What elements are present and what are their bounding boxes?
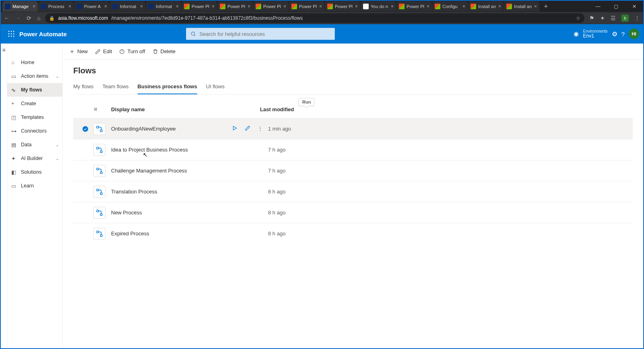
lock-icon: 🔒: [49, 16, 55, 21]
reload-button[interactable]: ⟳: [27, 15, 31, 21]
nav-label: My flows: [21, 87, 42, 93]
close-tab-icon[interactable]: ×: [248, 4, 250, 9]
collapse-nav-icon[interactable]: ≡: [2, 47, 5, 348]
column-display-name[interactable]: Display name: [111, 106, 260, 112]
environment-icon[interactable]: ◉: [574, 30, 579, 37]
flow-row[interactable]: Challenge Management Process7 h ago: [73, 160, 633, 181]
chrome-menu-icon[interactable]: ⋮: [634, 15, 640, 21]
address-bar[interactable]: 🔒 asia.flow.microsoft.com/manage/environ…: [45, 13, 584, 23]
edit-icon[interactable]: [245, 125, 250, 132]
close-tab-icon[interactable]: ×: [319, 4, 322, 9]
close-tab-icon[interactable]: ×: [498, 4, 501, 9]
close-tab-icon[interactable]: ×: [176, 4, 179, 9]
new-tab-button[interactable]: +: [540, 2, 552, 11]
nav-item-home[interactable]: ⌂Home: [7, 56, 62, 69]
browser-tab[interactable]: Informat×: [146, 1, 181, 12]
close-tab-icon[interactable]: ×: [391, 4, 394, 9]
nav-item-solutions[interactable]: ◧Solutions: [7, 165, 62, 179]
close-tab-icon[interactable]: ×: [283, 4, 286, 9]
nav-item-create[interactable]: +Create: [7, 97, 62, 110]
turnoff-button[interactable]: Turn off: [119, 48, 145, 54]
nav-item-templates[interactable]: ◫Templates: [7, 110, 62, 124]
nav-item-action-items[interactable]: ▭Action items⌄: [7, 69, 62, 83]
new-button[interactable]: New: [69, 48, 88, 54]
nav-item-connectors[interactable]: ⊶Connectors: [7, 124, 62, 138]
bookmark-icon[interactable]: ☆: [576, 15, 580, 21]
sort-icon[interactable]: ⤭: [93, 106, 111, 112]
close-tab-icon[interactable]: ×: [427, 4, 429, 9]
help-icon[interactable]: ?: [621, 31, 625, 37]
profile-button[interactable]: h: [621, 15, 629, 22]
row-checkbox-checked[interactable]: [83, 126, 88, 132]
delete-button[interactable]: Delete: [153, 48, 176, 54]
browser-tab[interactable]: Power Pl×: [396, 1, 432, 12]
browser-toolbar: ← → ⟳ ⌂ 🔒 asia.flow.microsoft.com/manage…: [1, 12, 643, 24]
search-input[interactable]: [199, 31, 330, 37]
more-icon[interactable]: ⋮: [258, 125, 263, 132]
pivot-ui-flows[interactable]: UI flows: [206, 81, 225, 94]
browser-tab[interactable]: Process×: [38, 1, 74, 12]
browser-tab[interactable]: Informat×: [110, 1, 145, 12]
flow-row[interactable]: Translation Process8 h ago: [73, 181, 633, 202]
app-launcher-icon[interactable]: [5, 27, 18, 40]
svg-rect-22: [97, 189, 99, 191]
close-tab-icon[interactable]: ×: [33, 4, 35, 9]
pivot-business-process-flows[interactable]: Business process flows: [138, 81, 197, 94]
tab-label: Power Pl: [299, 4, 317, 9]
minimize-button[interactable]: —: [589, 1, 607, 12]
browser-tab[interactable]: Install an×: [504, 1, 539, 12]
pivot-my-flows[interactable]: My flows: [73, 81, 94, 94]
environment-label: Environments: [583, 29, 607, 33]
close-window-button[interactable]: ✕: [625, 1, 643, 12]
close-tab-icon[interactable]: ×: [68, 4, 71, 9]
nav-item-ai-builder[interactable]: ✦AI Builder⌄: [7, 152, 62, 165]
browser-tab[interactable]: Manage×: [2, 1, 38, 12]
environment-picker[interactable]: Environments Env1: [583, 29, 607, 39]
favicon: [41, 4, 46, 9]
chevron-down-icon: ⌄: [56, 142, 59, 147]
flow-row[interactable]: OnboardingANewEmployee⋮1 min ago: [73, 118, 633, 139]
browser-tab[interactable]: Power Pl×: [253, 1, 289, 12]
flows-grid: Run ⤭ Display name Last modified Onboard…: [73, 100, 633, 244]
browser-tab[interactable]: Power Pl×: [289, 1, 324, 12]
nav-label: AI Builder: [21, 156, 43, 161]
pivot-team-flows[interactable]: Team flows: [103, 81, 129, 94]
maximize-button[interactable]: ▢: [607, 1, 625, 12]
back-button[interactable]: ←: [4, 15, 10, 21]
close-tab-icon[interactable]: ×: [104, 4, 107, 9]
close-tab-icon[interactable]: ×: [140, 4, 143, 9]
close-tab-icon[interactable]: ×: [355, 4, 358, 9]
extensions-icon[interactable]: ⚑: [589, 15, 594, 21]
close-tab-icon[interactable]: ×: [462, 4, 465, 9]
user-avatar[interactable]: HI: [629, 29, 639, 39]
flow-row[interactable]: New Process8 h ago: [73, 202, 633, 223]
tab-label: Install an: [514, 4, 532, 9]
favicon: [112, 4, 118, 9]
nav-item-learn[interactable]: ▭Learn: [7, 179, 62, 193]
close-tab-icon[interactable]: ×: [534, 4, 537, 9]
browser-tab[interactable]: Configu×: [432, 1, 468, 12]
search-box[interactable]: [186, 28, 335, 40]
browser-tab[interactable]: You do n×: [361, 1, 396, 12]
browser-tab[interactable]: Power Pl×: [217, 1, 253, 12]
settings-icon[interactable]: ⚙: [612, 30, 617, 38]
flow-row[interactable]: Idea to Project Business Process7 h ago: [73, 139, 633, 160]
puzzle-icon[interactable]: ✦: [600, 15, 605, 21]
reading-list-icon[interactable]: ☰: [611, 15, 616, 21]
close-tab-icon[interactable]: ×: [212, 4, 215, 9]
flow-row[interactable]: Expired Process8 h ago: [73, 223, 633, 244]
column-last-modified[interactable]: Last modified: [260, 106, 294, 112]
clipboard-icon: ▭: [11, 73, 17, 79]
chevron-down-icon: ⌄: [56, 74, 59, 79]
browser-tab[interactable]: Power Pl×: [182, 1, 217, 12]
edit-button[interactable]: Edit: [95, 48, 112, 54]
browser-tab[interactable]: Install an×: [468, 1, 504, 12]
nav-item-data[interactable]: ▤Data⌄: [7, 138, 62, 152]
run-icon[interactable]: [232, 125, 237, 132]
forward-button[interactable]: →: [15, 15, 21, 21]
nav-item-my-flows[interactable]: ∿My flows: [7, 83, 62, 97]
browser-tab[interactable]: Power Pl×: [325, 1, 360, 12]
home-button[interactable]: ⌂: [37, 15, 40, 21]
grid-header: Run ⤭ Display name Last modified: [73, 100, 633, 118]
browser-tab[interactable]: Power A×: [74, 1, 109, 12]
